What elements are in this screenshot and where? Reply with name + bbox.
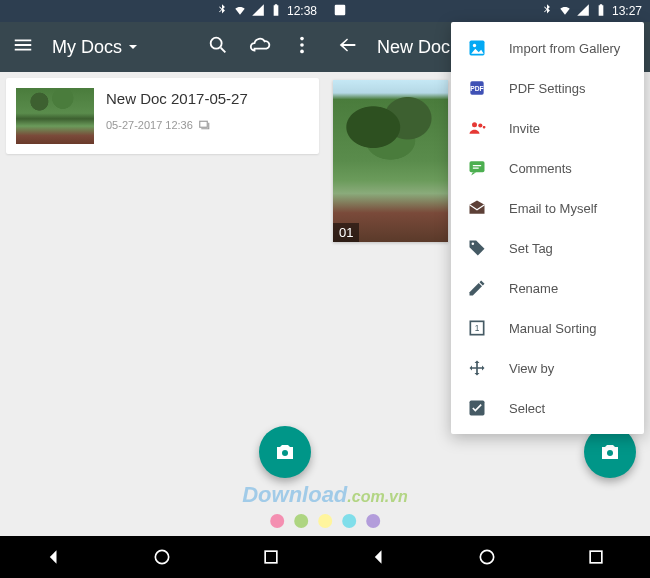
svg-rect-8 <box>335 4 346 15</box>
tag-icon <box>467 238 487 258</box>
document-thumbnail <box>16 88 94 144</box>
svg-rect-22 <box>590 551 602 563</box>
search-icon[interactable] <box>207 34 229 60</box>
menu-item-select[interactable]: Select <box>451 388 644 428</box>
battery-icon <box>269 3 283 20</box>
menu-item-sorting[interactable]: 1Manual Sorting <box>451 308 644 348</box>
menu-item-label: View by <box>509 361 554 376</box>
document-card[interactable]: New Doc 2017-05-27 05-27-2017 12:36 <box>6 78 319 154</box>
menu-item-label: Comments <box>509 161 572 176</box>
camera-fab[interactable] <box>259 426 311 478</box>
wifi-icon <box>558 3 572 20</box>
svg-rect-7 <box>265 551 277 563</box>
content-area: New Doc 2017-05-27 05-27-2017 12:36 <box>0 72 325 536</box>
viewby-icon <box>467 358 487 378</box>
svg-point-2 <box>300 43 304 47</box>
svg-point-0 <box>211 38 222 49</box>
document-meta: 05-27-2017 12:36 <box>106 119 248 131</box>
menu-item-label: Import from Gallery <box>509 41 620 56</box>
menu-item-comments[interactable]: Comments <box>451 148 644 188</box>
status-time: 13:27 <box>612 4 642 18</box>
wifi-icon <box>233 3 247 20</box>
nav-recent[interactable] <box>261 547 281 567</box>
svg-point-15 <box>478 123 482 127</box>
overflow-icon[interactable] <box>291 34 313 60</box>
nav-home[interactable] <box>152 547 172 567</box>
svg-point-9 <box>607 450 613 456</box>
nav-bar <box>0 536 325 578</box>
menu-item-viewby[interactable]: View by <box>451 348 644 388</box>
screen-left: 12:38 My Docs New Doc 2017-05-27 05-27-2… <box>0 0 325 578</box>
bluetooth-icon <box>215 3 229 20</box>
menu-item-email[interactable]: Email to Myself <box>451 188 644 228</box>
menu-item-gallery[interactable]: Import from Gallery <box>451 28 644 68</box>
page-count-icon <box>199 120 211 130</box>
svg-rect-4 <box>200 121 208 127</box>
menu-item-label: Email to Myself <box>509 201 597 216</box>
svg-point-5 <box>282 450 288 456</box>
app-title-dropdown[interactable]: My Docs <box>52 37 138 58</box>
chevron-down-icon <box>128 42 138 52</box>
battery-icon <box>594 3 608 20</box>
sorting-icon: 1 <box>467 318 487 338</box>
menu-item-rename[interactable]: Rename <box>451 268 644 308</box>
screen-right: 13:27 New Doc 2 01 Import from GalleryPD… <box>325 0 650 578</box>
menu-item-label: Manual Sorting <box>509 321 596 336</box>
document-title: New Doc 2017-05-27 <box>106 90 248 107</box>
camera-icon <box>273 440 297 464</box>
overflow-menu: Import from GalleryPDFPDF SettingsInvite… <box>451 22 644 434</box>
svg-point-6 <box>156 550 169 563</box>
menu-item-label: PDF Settings <box>509 81 586 96</box>
pdf-icon: PDF <box>467 78 487 98</box>
menu-icon[interactable] <box>12 34 34 60</box>
bluetooth-icon <box>540 3 554 20</box>
gallery-icon <box>467 38 487 58</box>
signal-icon <box>576 3 590 20</box>
svg-point-14 <box>472 122 477 127</box>
signal-icon <box>251 3 265 20</box>
menu-item-invite[interactable]: Invite <box>451 108 644 148</box>
svg-text:1: 1 <box>475 323 480 333</box>
app-bar: My Docs <box>0 22 325 72</box>
app-title-text: My Docs <box>52 37 122 58</box>
comments-icon <box>467 158 487 178</box>
menu-item-pdf[interactable]: PDFPDF Settings <box>451 68 644 108</box>
status-bar: 12:38 <box>0 0 325 22</box>
nav-back[interactable] <box>369 547 389 567</box>
nav-home[interactable] <box>477 547 497 567</box>
page-number-badge: 01 <box>333 223 359 242</box>
camera-icon <box>598 440 622 464</box>
menu-item-label: Rename <box>509 281 558 296</box>
svg-point-3 <box>300 50 304 54</box>
email-icon <box>467 198 487 218</box>
status-bar: 13:27 <box>325 0 650 22</box>
cloud-icon[interactable] <box>249 34 271 60</box>
menu-item-label: Select <box>509 401 545 416</box>
svg-point-21 <box>481 550 494 563</box>
svg-text:PDF: PDF <box>470 85 483 92</box>
nav-back[interactable] <box>44 547 64 567</box>
svg-point-11 <box>473 44 476 47</box>
invite-icon <box>467 118 487 138</box>
svg-point-17 <box>472 243 475 246</box>
svg-rect-16 <box>470 161 485 172</box>
page-thumbnail[interactable]: 01 <box>333 80 448 242</box>
back-icon[interactable] <box>337 34 359 60</box>
svg-point-1 <box>300 37 304 41</box>
select-icon <box>467 398 487 418</box>
image-notification-icon <box>333 3 347 20</box>
menu-item-label: Invite <box>509 121 540 136</box>
nav-recent[interactable] <box>586 547 606 567</box>
menu-item-tag[interactable]: Set Tag <box>451 228 644 268</box>
menu-item-label: Set Tag <box>509 241 553 256</box>
nav-bar <box>325 536 650 578</box>
status-time: 12:38 <box>287 4 317 18</box>
rename-icon <box>467 278 487 298</box>
